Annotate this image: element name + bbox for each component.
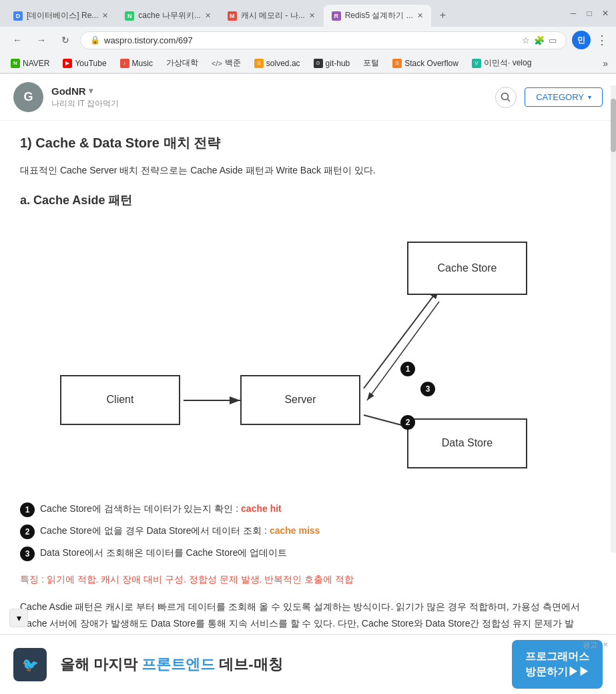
blog-name: GodNR ▾: [51, 85, 119, 97]
client-box: Client: [60, 375, 180, 425]
category-button[interactable]: CATEGORY ▾: [525, 87, 603, 107]
sidebar-icon[interactable]: ▭: [549, 35, 557, 45]
section-title: 1) Cache & Data Store 매치 전략: [20, 134, 581, 152]
search-icon: [501, 92, 511, 103]
tab-favicon-2: N: [125, 11, 134, 21]
diagram-num-1: 1: [400, 362, 415, 376]
legend-item-3: 3 Data Store에서 조회해온 데이터를 Cache Store에 업데…: [20, 546, 581, 561]
legend-text-2: Cache Store에 없을 경우 Data Store에서 데이터 조회 :…: [40, 524, 320, 538]
tab-close-4[interactable]: ✕: [417, 11, 423, 20]
tab-title-1: [데이터베이스] Re...: [27, 10, 98, 21]
search-button[interactable]: [495, 87, 517, 108]
bookmark-solved[interactable]: S solved.ac: [252, 57, 303, 69]
bookmark-velog[interactable]: V 이민석· velog: [469, 56, 534, 70]
address-text: waspro.tistory.com/697: [104, 35, 518, 45]
velog-favicon: V: [472, 59, 481, 68]
bookmarks-bar: N NAVER ▶ YouTube ♪ Music 가상대학 </> 백준 S …: [0, 53, 616, 73]
bookmark-naver[interactable]: N NAVER: [8, 57, 52, 69]
bookmark-github[interactable]: ⊙ git-hub: [311, 57, 353, 69]
solved-favicon: S: [254, 59, 264, 68]
cache-hit-text: cache hit: [241, 503, 282, 514]
scrollbar-thumb[interactable]: [611, 99, 616, 152]
bookmark-youtube-label: YouTube: [75, 59, 106, 68]
bookmark-music[interactable]: ♪ Music: [117, 57, 156, 69]
bookmark-velog-label: 이민석· velog: [484, 57, 531, 69]
legend-num-2: 2: [20, 525, 35, 539]
svg-point-0: [502, 93, 509, 99]
code-icon: </>: [212, 59, 222, 67]
menu-button[interactable]: ⋮: [596, 33, 608, 47]
star-icon[interactable]: ☆: [522, 35, 530, 45]
blog-avatar: G: [13, 82, 43, 112]
bookmark-baejun-label: 백준: [225, 57, 241, 69]
legend-item-2: 2 Cache Store에 없을 경우 Data Store에서 데이터 조회…: [20, 524, 581, 539]
tab-close-1[interactable]: ✕: [102, 11, 108, 20]
server-box: Server: [240, 375, 360, 425]
legend-text-3: Data Store에서 조회해온 데이터를 Cache Store에 업데이트: [40, 546, 287, 560]
tab-title-4: Redis5 설계하기 ...: [345, 10, 413, 21]
bookmark-portal-label: 포털: [363, 57, 379, 69]
bookmark-gasang[interactable]: 가상대학: [164, 56, 201, 70]
new-tab-button[interactable]: +: [432, 4, 454, 27]
bookmark-solved-label: solved.ac: [266, 59, 300, 68]
diagram-legend: 1 Cache Store에 검색하는 데이터가 있는지 확인 : cache …: [20, 502, 581, 561]
ad-highlight-text: 프론트엔드: [141, 656, 215, 673]
category-label: CATEGORY: [536, 92, 584, 102]
bookmark-github-label: git-hub: [326, 59, 350, 68]
scroll-down-button[interactable]: ▾: [9, 609, 28, 627]
cache-store-box: Cache Store: [407, 242, 527, 295]
cache-aside-diagram: Cache Store Client Server Data Store 1 2…: [20, 222, 567, 488]
browser-chrome: D [데이터베이스] Re... ✕ N cache 나무위키... ✕ M 캐…: [0, 0, 616, 74]
tab-title-2: cache 나무위키...: [138, 10, 200, 21]
tab-favicon-1: D: [13, 11, 23, 21]
window-controls: ─ □ ✕: [563, 4, 616, 23]
article: 1) Cache & Data Store 매치 전략 대표적인 Cache S…: [0, 121, 601, 679]
extension-icon[interactable]: 🧩: [534, 35, 545, 45]
maximize-button[interactable]: □: [584, 8, 595, 19]
address-icons: ☆ 🧩 ▭: [522, 35, 557, 45]
bookmark-baejun[interactable]: </> 백준: [209, 56, 244, 70]
tab-cache-wiki[interactable]: N cache 나무위키... ✕: [117, 5, 218, 27]
stackoverflow-favicon: S: [392, 59, 402, 68]
feature-text: 특징 : 읽기에 적합. 캐시 장애 대비 구성. 정합성 문제 발생. 반복적…: [20, 572, 581, 588]
chevron-down-icon: ▾: [588, 93, 591, 101]
cache-miss-text: cache miss: [270, 525, 320, 536]
bookmark-stackoverflow-label: Stack Overflow: [404, 59, 458, 68]
ad-close-button[interactable]: ×: [603, 640, 608, 649]
profile-button[interactable]: 민: [572, 31, 591, 49]
scrollbar[interactable]: [611, 85, 616, 553]
music-favicon: ♪: [120, 59, 129, 68]
ad-label: 광고: [583, 640, 597, 650]
bookmarks-more-button[interactable]: »: [603, 58, 608, 69]
diagram-num-2: 2: [400, 415, 415, 430]
minimize-button[interactable]: ─: [568, 8, 579, 19]
bookmark-music-label: Music: [132, 59, 153, 68]
bookmark-youtube[interactable]: ▶ YouTube: [60, 57, 109, 69]
tab-redis[interactable]: R Redis5 설계하기 ... ✕: [324, 5, 431, 27]
ad-banner: 🐦 올해 마지막 프론트엔드 데브-매칭 프로그래머스 방문하기▶▶ 광고 ×: [0, 634, 616, 679]
ad-logo: 🐦: [13, 648, 47, 679]
address-box[interactable]: 🔒 waspro.tistory.com/697 ☆ 🧩 ▭: [80, 31, 567, 49]
bookmark-portal[interactable]: 포털: [360, 56, 382, 70]
article-subtitle: a. Cache Aside 패턴: [20, 192, 581, 208]
blog-info: GodNR ▾ 나리의 IT 잡아먹기: [51, 85, 119, 109]
back-button[interactable]: ←: [8, 31, 27, 49]
naver-favicon: N: [11, 59, 20, 68]
blog-header-right: CATEGORY ▾: [495, 87, 603, 108]
page-content: G GodNR ▾ 나리의 IT 잡아먹기 CATEGORY ▾ 1) Cach…: [0, 74, 616, 679]
legend-text-1: Cache Store에 검색하는 데이터가 있는지 확인 : cache hi…: [40, 502, 282, 516]
bookmark-stackoverflow[interactable]: S Stack Overflow: [390, 57, 461, 69]
tab-close-3[interactable]: ✕: [309, 11, 315, 20]
close-window-button[interactable]: ✕: [600, 8, 611, 19]
tab-database[interactable]: D [데이터베이스] Re... ✕: [5, 5, 116, 27]
tab-cache-memory[interactable]: M 캐시 메모리 - 나... ✕: [220, 5, 323, 27]
svg-line-1: [508, 99, 511, 101]
tab-bar: D [데이터베이스] Re... ✕ N cache 나무위키... ✕ M 캐…: [0, 0, 563, 27]
blog-header: G GodNR ▾ 나리의 IT 잡아먹기 CATEGORY ▾: [0, 74, 616, 121]
refresh-button[interactable]: ↻: [56, 31, 75, 49]
tab-title-3: 캐시 메모리 - 나...: [241, 10, 305, 21]
article-intro: 대표적인 Cache Server 배치 전략으로는 Cache Aside 패…: [20, 163, 581, 179]
forward-button[interactable]: →: [32, 31, 51, 49]
tab-close-2[interactable]: ✕: [205, 11, 211, 20]
address-bar-row: ← → ↻ 🔒 waspro.tistory.com/697 ☆ 🧩 ▭ 민 ⋮: [0, 27, 616, 53]
